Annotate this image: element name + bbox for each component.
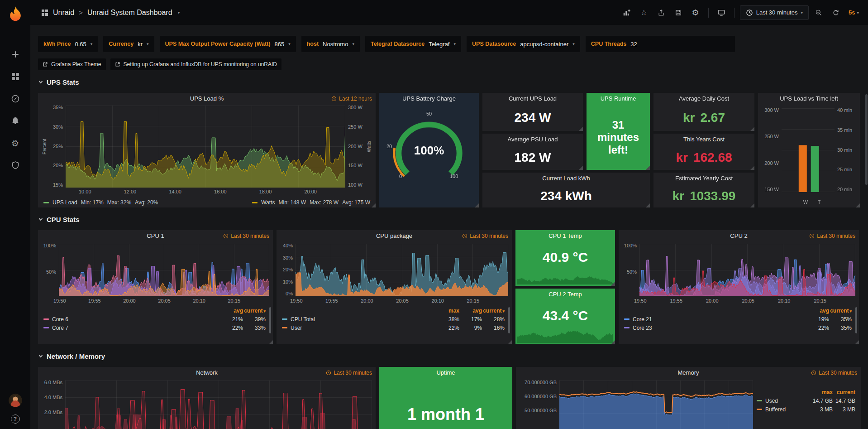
panel-title[interactable]: Uptime: [379, 367, 512, 379]
cycle-view-monitor-icon[interactable]: [714, 5, 729, 20]
resize-handle[interactable]: [856, 203, 860, 207]
resize-handle[interactable]: [855, 340, 859, 344]
explore-compass-icon[interactable]: [11, 94, 20, 103]
page-scrollbar-thumb[interactable]: [865, 94, 868, 185]
panel-time-override[interactable]: Last 30 minutes: [811, 370, 857, 376]
panel-time-override[interactable]: Last 30 minutes: [223, 233, 269, 239]
series-name[interactable]: Core 7: [52, 325, 68, 331]
grafana-logo-icon[interactable]: [7, 5, 24, 22]
panel-title[interactable]: Average Daily Cost: [653, 93, 754, 105]
resize-handle[interactable]: [579, 127, 583, 131]
variable-ups-datasource[interactable]: UPS Datasource apcupsd-container ▾: [467, 36, 580, 52]
memory-chart[interactable]: [559, 381, 753, 429]
variable-kwh-price[interactable]: kWh Price 0.65 ▾: [38, 36, 98, 52]
series-name[interactable]: Core 23: [633, 325, 652, 331]
resize-handle[interactable]: [611, 340, 615, 344]
breadcrumb-root[interactable]: Unraid: [53, 9, 74, 17]
variable-cpu-threads-input[interactable]: CPU Threads 32: [586, 36, 735, 52]
network-chart[interactable]: [65, 381, 372, 429]
section-header-ups-stats[interactable]: UPS Stats: [38, 77, 860, 87]
resize-handle[interactable]: [646, 166, 650, 170]
legend-scrollbar[interactable]: [269, 307, 271, 333]
dashboard-title[interactable]: Unraid System Dashboard: [87, 9, 172, 17]
star-icon[interactable]: ☆: [637, 5, 651, 20]
resize-handle[interactable]: [750, 203, 754, 207]
panel-title[interactable]: Current Load kWh: [482, 173, 650, 184]
resize-handle[interactable]: [750, 127, 754, 131]
panel-title[interactable]: This Years Cost: [653, 134, 754, 145]
dashboard-settings-gear-icon[interactable]: ⚙: [688, 5, 703, 20]
resize-handle[interactable]: [508, 340, 512, 344]
link-ups-monitoring-guide[interactable]: Setting up Grafana and InfluxDB for UPS …: [110, 58, 282, 70]
legend-scrollbar[interactable]: [855, 307, 857, 333]
legend-col-avg[interactable]: avg: [806, 308, 829, 314]
cpu-package-chart[interactable]: [296, 244, 508, 296]
series-name[interactable]: Core 21: [633, 316, 652, 323]
panel-time-override[interactable]: Last 12 hours: [331, 96, 372, 102]
legend-col-max[interactable]: max: [437, 308, 459, 314]
legend-col-current[interactable]: current▾: [482, 308, 505, 314]
legend-col-avg[interactable]: avg: [459, 308, 482, 314]
panel-title[interactable]: UPS Load %: [38, 93, 376, 105]
series-name[interactable]: Buffered: [765, 406, 786, 413]
panel-title[interactable]: Average PSU Load: [482, 134, 583, 145]
variable-ups-max-output[interactable]: UPS Max Output Power Capacity (Watt) 865…: [160, 36, 296, 52]
time-range-picker[interactable]: Last 30 minutes ▾: [740, 5, 809, 20]
panel-time-override[interactable]: Last 30 minutes: [326, 370, 372, 376]
legend-col-current[interactable]: current: [833, 389, 855, 395]
panel-title[interactable]: Estimated Yearly Cost: [653, 173, 754, 184]
refresh-icon[interactable]: [829, 5, 843, 20]
zoom-out-icon[interactable]: [811, 5, 826, 20]
resize-handle[interactable]: [579, 166, 583, 170]
dashboards-icon[interactable]: [11, 72, 20, 81]
legend-col-current[interactable]: current▾: [829, 308, 852, 314]
cpu2-chart[interactable]: [639, 244, 855, 296]
panel-title[interactable]: UPS Load vs Time left: [758, 93, 860, 105]
legend-col-avg[interactable]: avg: [220, 308, 243, 314]
panel-title[interactable]: UPS Battery Charge: [379, 93, 479, 105]
series-name[interactable]: UPS Load: [52, 199, 77, 206]
resize-handle[interactable]: [475, 203, 479, 207]
configuration-gear-icon[interactable]: ⚙: [11, 139, 20, 148]
refresh-interval-dropdown[interactable]: 5s ▾: [846, 9, 862, 16]
dashboard-caret-icon[interactable]: ▾: [178, 10, 180, 15]
series-name[interactable]: User: [291, 325, 302, 331]
panel-time-override[interactable]: Last 30 minutes: [809, 233, 855, 239]
series-name[interactable]: Core 6: [52, 316, 68, 323]
share-icon[interactable]: [654, 5, 668, 20]
panel-time-override[interactable]: Last 30 minutes: [462, 233, 508, 239]
series-name[interactable]: Used: [765, 398, 778, 404]
panel-title[interactable]: UPS Runtime: [587, 93, 650, 105]
ups-load-vs-time-bar-chart[interactable]: [782, 108, 835, 192]
series-name[interactable]: Watts: [261, 199, 275, 206]
resize-handle[interactable]: [372, 203, 376, 207]
save-icon[interactable]: [671, 5, 686, 20]
section-header-cpu-stats[interactable]: CPU Stats: [38, 215, 860, 224]
ups-load-chart[interactable]: [66, 106, 345, 188]
legend-scrollbar[interactable]: [508, 307, 510, 333]
resize-handle[interactable]: [269, 340, 273, 344]
server-admin-shield-icon[interactable]: [11, 161, 20, 170]
create-plus-icon[interactable]: [11, 50, 20, 59]
user-avatar[interactable]: [9, 394, 22, 407]
variable-telegraf-datasource[interactable]: Telegraf Datasource Telegraf ▾: [365, 36, 461, 52]
resize-handle[interactable]: [750, 166, 754, 170]
panel-title[interactable]: Memory: [516, 367, 861, 379]
cpu1-chart[interactable]: [59, 244, 269, 296]
apps-grid-icon[interactable]: [41, 9, 48, 16]
legend-col-max[interactable]: max: [810, 389, 833, 395]
panel-title[interactable]: CPU 1 Temp: [515, 230, 615, 242]
panel-title[interactable]: Network: [38, 367, 376, 379]
section-header-network-memory[interactable]: Network / Memory: [38, 352, 860, 361]
panel-title[interactable]: Current UPS Load: [482, 93, 583, 105]
variable-host[interactable]: host Nostromo ▾: [301, 36, 360, 52]
variable-currency[interactable]: Currency kr ▾: [103, 36, 154, 52]
resize-handle[interactable]: [611, 282, 615, 286]
resize-handle[interactable]: [646, 203, 650, 207]
series-name[interactable]: CPU Total: [291, 316, 315, 323]
panel-title[interactable]: CPU 2 Temp: [515, 289, 615, 300]
help-icon[interactable]: ?: [11, 415, 20, 424]
add-panel-button[interactable]: [620, 5, 634, 20]
link-grafana-plex-theme[interactable]: Grafana Plex Theme: [38, 58, 106, 70]
legend-col-current[interactable]: current▾: [243, 308, 266, 314]
